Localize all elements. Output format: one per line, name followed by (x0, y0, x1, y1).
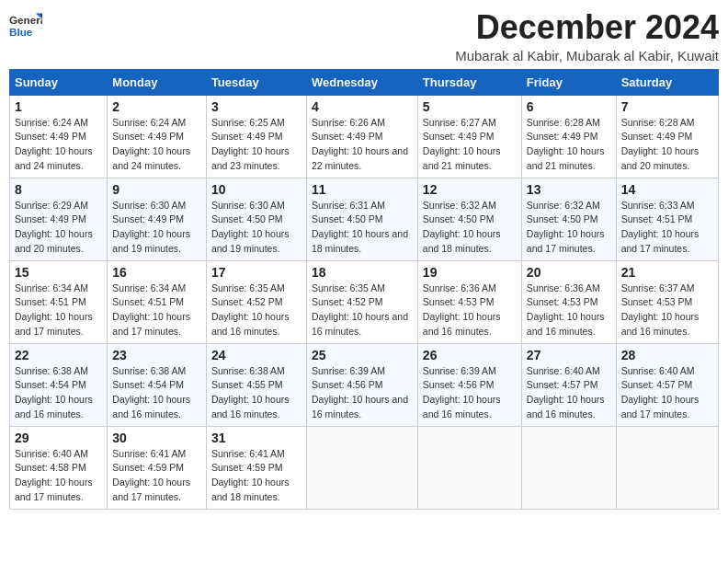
calendar-cell: 23 Sunrise: 6:38 AMSunset: 4:54 PMDaylig… (108, 343, 207, 426)
day-info: Sunrise: 6:24 AMSunset: 4:49 PMDaylight:… (112, 117, 190, 171)
day-number: 2 (112, 99, 201, 114)
location-title: Mubarak al Kabir, Mubarak al Kabir, Kuwa… (455, 48, 719, 63)
day-info: Sunrise: 6:39 AMSunset: 4:56 PMDaylight:… (423, 365, 501, 419)
day-number: 28 (621, 348, 713, 362)
day-number: 26 (423, 348, 517, 362)
calendar-week-row: 8 Sunrise: 6:29 AMSunset: 4:49 PMDayligh… (10, 178, 719, 260)
day-number: 5 (423, 99, 517, 114)
title-area: December 2024 Mubarak al Kabir, Mubarak … (455, 9, 719, 63)
col-saturday: Saturday (616, 69, 718, 95)
day-info: Sunrise: 6:30 AMSunset: 4:50 PMDaylight:… (211, 200, 290, 254)
calendar-cell: 6 Sunrise: 6:28 AMSunset: 4:49 PMDayligh… (521, 95, 616, 178)
calendar-body: 1 Sunrise: 6:24 AMSunset: 4:49 PMDayligh… (10, 95, 719, 509)
day-number: 8 (15, 182, 102, 197)
day-number: 27 (527, 348, 611, 362)
day-info: Sunrise: 6:24 AMSunset: 4:49 PMDaylight:… (15, 117, 93, 171)
header-row: Sunday Monday Tuesday Wednesday Thursday… (10, 69, 719, 95)
day-info: Sunrise: 6:38 AMSunset: 4:54 PMDaylight:… (112, 365, 190, 419)
day-info: Sunrise: 6:41 AMSunset: 4:59 PMDaylight:… (211, 448, 290, 502)
calendar-cell: 17 Sunrise: 6:35 AMSunset: 4:52 PMDaylig… (206, 260, 306, 343)
calendar-cell: 10 Sunrise: 6:30 AMSunset: 4:50 PMDaylig… (206, 178, 306, 260)
calendar-cell: 25 Sunrise: 6:39 AMSunset: 4:56 PMDaylig… (306, 343, 417, 426)
logo: General Blue (9, 9, 44, 42)
day-info: Sunrise: 6:31 AMSunset: 4:50 PMDaylight:… (312, 200, 408, 254)
calendar-cell: 19 Sunrise: 6:36 AMSunset: 4:53 PMDaylig… (417, 260, 521, 343)
calendar-cell: 3 Sunrise: 6:25 AMSunset: 4:49 PMDayligh… (206, 95, 306, 178)
calendar-cell: 26 Sunrise: 6:39 AMSunset: 4:56 PMDaylig… (417, 343, 521, 426)
calendar-cell: 7 Sunrise: 6:28 AMSunset: 4:49 PMDayligh… (616, 95, 718, 178)
logo-icon: General Blue (9, 9, 42, 42)
calendar-cell: 14 Sunrise: 6:33 AMSunset: 4:51 PMDaylig… (616, 178, 718, 260)
day-number: 12 (423, 182, 517, 197)
day-number: 24 (211, 348, 301, 362)
day-info: Sunrise: 6:36 AMSunset: 4:53 PMDaylight:… (423, 282, 501, 337)
day-info: Sunrise: 6:38 AMSunset: 4:54 PMDaylight:… (15, 365, 93, 419)
col-friday: Friday (521, 69, 616, 95)
calendar-week-row: 15 Sunrise: 6:34 AMSunset: 4:51 PMDaylig… (10, 260, 719, 343)
day-number: 21 (621, 265, 713, 280)
day-number: 9 (112, 182, 201, 197)
day-info: Sunrise: 6:41 AMSunset: 4:59 PMDaylight:… (112, 448, 190, 502)
calendar-cell: 21 Sunrise: 6:37 AMSunset: 4:53 PMDaylig… (616, 260, 718, 343)
col-monday: Monday (108, 69, 207, 95)
day-info: Sunrise: 6:26 AMSunset: 4:49 PMDaylight:… (312, 117, 408, 171)
page-header: General Blue December 2024 Mubarak al Ka… (9, 9, 719, 63)
day-number: 29 (15, 431, 102, 445)
calendar-cell: 28 Sunrise: 6:40 AMSunset: 4:57 PMDaylig… (616, 343, 718, 426)
calendar-cell: 22 Sunrise: 6:38 AMSunset: 4:54 PMDaylig… (10, 343, 108, 426)
calendar-cell: 2 Sunrise: 6:24 AMSunset: 4:49 PMDayligh… (108, 95, 207, 178)
calendar-cell: 9 Sunrise: 6:30 AMSunset: 4:49 PMDayligh… (108, 178, 207, 260)
calendar-cell (616, 426, 718, 509)
svg-text:Blue: Blue (9, 26, 33, 38)
calendar-cell: 15 Sunrise: 6:34 AMSunset: 4:51 PMDaylig… (10, 260, 108, 343)
day-number: 13 (527, 182, 611, 197)
col-tuesday: Tuesday (206, 69, 306, 95)
day-number: 16 (112, 265, 201, 280)
calendar-cell: 1 Sunrise: 6:24 AMSunset: 4:49 PMDayligh… (10, 95, 108, 178)
day-number: 7 (621, 99, 713, 114)
calendar-week-row: 1 Sunrise: 6:24 AMSunset: 4:49 PMDayligh… (10, 95, 719, 178)
day-info: Sunrise: 6:37 AMSunset: 4:53 PMDaylight:… (621, 282, 700, 337)
calendar-cell: 12 Sunrise: 6:32 AMSunset: 4:50 PMDaylig… (417, 178, 521, 260)
calendar-week-row: 22 Sunrise: 6:38 AMSunset: 4:54 PMDaylig… (10, 343, 719, 426)
day-info: Sunrise: 6:34 AMSunset: 4:51 PMDaylight:… (15, 282, 93, 337)
day-info: Sunrise: 6:40 AMSunset: 4:58 PMDaylight:… (15, 448, 93, 502)
day-info: Sunrise: 6:39 AMSunset: 4:56 PMDaylight:… (312, 365, 408, 419)
day-number: 18 (312, 265, 413, 280)
calendar-cell: 18 Sunrise: 6:35 AMSunset: 4:52 PMDaylig… (306, 260, 417, 343)
calendar-cell: 16 Sunrise: 6:34 AMSunset: 4:51 PMDaylig… (108, 260, 207, 343)
day-info: Sunrise: 6:28 AMSunset: 4:49 PMDaylight:… (527, 117, 605, 171)
calendar-cell: 31 Sunrise: 6:41 AMSunset: 4:59 PMDaylig… (206, 426, 306, 509)
svg-text:General: General (9, 14, 42, 26)
day-info: Sunrise: 6:40 AMSunset: 4:57 PMDaylight:… (527, 365, 605, 419)
day-number: 31 (211, 431, 301, 445)
day-info: Sunrise: 6:32 AMSunset: 4:50 PMDaylight:… (423, 200, 501, 254)
col-sunday: Sunday (10, 69, 108, 95)
calendar-cell (521, 426, 616, 509)
day-number: 15 (15, 265, 102, 280)
day-info: Sunrise: 6:33 AMSunset: 4:51 PMDaylight:… (621, 200, 700, 254)
day-info: Sunrise: 6:27 AMSunset: 4:49 PMDaylight:… (423, 117, 501, 171)
col-wednesday: Wednesday (306, 69, 417, 95)
calendar-week-row: 29 Sunrise: 6:40 AMSunset: 4:58 PMDaylig… (10, 426, 719, 509)
day-number: 30 (112, 431, 201, 445)
calendar-cell: 13 Sunrise: 6:32 AMSunset: 4:50 PMDaylig… (521, 178, 616, 260)
day-info: Sunrise: 6:35 AMSunset: 4:52 PMDaylight:… (211, 282, 290, 337)
calendar-table: Sunday Monday Tuesday Wednesday Thursday… (9, 69, 719, 510)
calendar-cell: 11 Sunrise: 6:31 AMSunset: 4:50 PMDaylig… (306, 178, 417, 260)
calendar-cell: 5 Sunrise: 6:27 AMSunset: 4:49 PMDayligh… (417, 95, 521, 178)
calendar-cell: 29 Sunrise: 6:40 AMSunset: 4:58 PMDaylig… (10, 426, 108, 509)
day-number: 22 (15, 348, 102, 362)
calendar-cell: 27 Sunrise: 6:40 AMSunset: 4:57 PMDaylig… (521, 343, 616, 426)
day-number: 20 (527, 265, 611, 280)
day-info: Sunrise: 6:35 AMSunset: 4:52 PMDaylight:… (312, 282, 408, 337)
day-number: 3 (211, 99, 301, 114)
day-number: 4 (312, 99, 413, 114)
day-number: 1 (15, 99, 102, 114)
day-info: Sunrise: 6:29 AMSunset: 4:49 PMDaylight:… (15, 200, 93, 254)
day-number: 19 (423, 265, 517, 280)
day-number: 23 (112, 348, 201, 362)
day-number: 25 (312, 348, 413, 362)
calendar-cell: 4 Sunrise: 6:26 AMSunset: 4:49 PMDayligh… (306, 95, 417, 178)
day-info: Sunrise: 6:34 AMSunset: 4:51 PMDaylight:… (112, 282, 190, 337)
